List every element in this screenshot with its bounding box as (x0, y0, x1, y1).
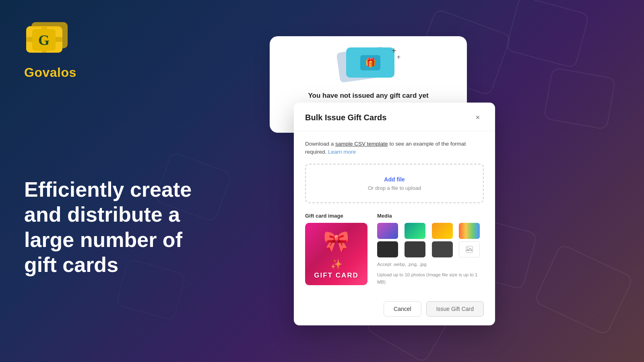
upload-limit-text: Upload up to 10 photos (Image file size … (377, 271, 484, 286)
gift-card-image-section: Gift card image 🎀 ✨ GIFT CARD (305, 213, 484, 286)
modal-title: Bulk Issue Gift Cards (305, 113, 386, 122)
accept-text: Accept .webp, .png, .jpg (377, 261, 484, 268)
media-thumb-2[interactable] (405, 223, 425, 239)
csv-template-link[interactable]: sample CSV template (335, 141, 388, 147)
left-panel: G Govalos Efficiently create and distrib… (0, 0, 250, 362)
gift-illustration: 🎁 + + (338, 47, 398, 84)
media-label: Media (377, 213, 484, 219)
empty-state-text: You have not issued any gift card yet (308, 92, 428, 100)
modal-header: Bulk Issue Gift Cards × (294, 103, 495, 131)
media-grid (377, 223, 484, 257)
sparkle-decoration: ✨ (330, 259, 343, 270)
drop-text: Or drop a file to upload (317, 185, 472, 191)
bulk-issue-modal: Bulk Issue Gift Cards × Download a sampl… (294, 103, 495, 325)
issue-gift-card-button[interactable]: Issue Gift Card (426, 301, 484, 317)
file-upload-area[interactable]: Add file Or drop a file to upload (305, 164, 484, 203)
add-file-button[interactable]: Add file (384, 176, 405, 183)
media-section: Media Accept .webp, .png, .jpg (377, 213, 484, 286)
modal-close-button[interactable]: × (472, 111, 484, 123)
svg-text:G: G (38, 32, 50, 48)
media-thumb-3[interactable] (432, 223, 453, 239)
modal-body: Download a sample CSV template to see an… (294, 131, 495, 295)
logo-icon: G (24, 20, 72, 60)
cancel-button[interactable]: Cancel (384, 301, 421, 317)
logo-area: G Govalos (24, 20, 225, 80)
media-thumb-7[interactable] (432, 241, 453, 257)
gift-card-preview: 🎀 ✨ GIFT CARD (305, 223, 367, 285)
media-thumb-5[interactable] (377, 241, 398, 257)
learn-more-link[interactable]: Learn more (328, 149, 356, 155)
media-thumb-1[interactable] (377, 223, 398, 239)
gift-card-label: GIFT CARD (305, 272, 367, 280)
gift-card-image-label: Gift card image (305, 213, 367, 219)
modal-footer: Cancel Issue Gift Card (294, 295, 495, 325)
media-upload-button[interactable] (459, 241, 480, 257)
brand-name: Govalos (24, 65, 76, 80)
gift-bow-icon: 🎀 (323, 231, 349, 252)
hero-text: Efficiently create and distribute a larg… (24, 177, 225, 278)
svg-point-10 (467, 247, 469, 248)
media-thumb-6[interactable] (405, 241, 425, 257)
csv-info-text: Download a sample CSV template to see an… (305, 140, 484, 156)
media-thumb-4[interactable] (459, 223, 480, 239)
gift-card-preview-container: Gift card image 🎀 ✨ GIFT CARD (305, 213, 367, 285)
right-panel: 🎁 + + You have not issued any gift card … (250, 0, 644, 362)
